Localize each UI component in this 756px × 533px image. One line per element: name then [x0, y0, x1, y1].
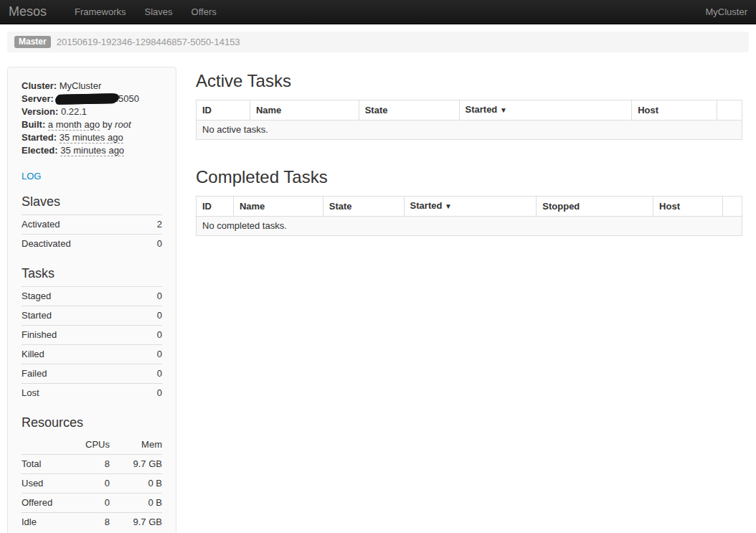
completed-col-started[interactable]: Started ▼	[404, 197, 537, 217]
info-built: Built: a month ago by root	[22, 118, 162, 131]
info-server: Server: :5050	[22, 93, 162, 105]
table-row: Activated 2	[22, 215, 162, 235]
master-info-panel: Cluster: MyCluster Server: :5050 Version…	[7, 67, 176, 533]
nav-frameworks[interactable]: Frameworks	[65, 6, 136, 17]
active-col-id[interactable]: ID	[197, 100, 250, 121]
table-header-row: ID Name State Started ▼ Host	[197, 100, 742, 121]
tasks-killed-label: Killed	[22, 345, 144, 364]
resources-offered-label: Offered	[22, 494, 65, 513]
resources-used-mem: 0 B	[110, 474, 162, 494]
completed-col-id[interactable]: ID	[197, 197, 234, 217]
tasks-started-label: Started	[22, 306, 144, 326]
tasks-failed-label: Failed	[22, 364, 144, 384]
resources-empty-header	[22, 435, 65, 455]
tasks-started-value: 0	[144, 306, 162, 326]
info-elected: Elected: 35 minutes ago	[22, 144, 162, 157]
info-version: Version: 0.22.1	[22, 105, 162, 118]
built-user: root	[115, 119, 131, 130]
table-row: Used 0 0 B	[22, 474, 162, 494]
resources-heading: Resources	[22, 415, 162, 430]
slaves-deactivated-label: Deactivated	[22, 235, 148, 254]
elected-value: 35 minutes ago	[60, 145, 124, 156]
table-row: Staged 0	[22, 287, 162, 306]
completed-col-host[interactable]: Host	[653, 197, 723, 217]
completed-col-stopped[interactable]: Stopped	[537, 197, 653, 217]
table-row: Idle 8 9.7 GB	[22, 513, 162, 532]
tasks-killed-value: 0	[144, 345, 162, 364]
nav-offers[interactable]: Offers	[182, 6, 226, 17]
completed-col-started-label: Started	[410, 200, 443, 211]
table-row: Finished 0	[22, 326, 162, 345]
tasks-finished-value: 0	[144, 326, 162, 345]
navbar-cluster-name: MyCluster	[705, 6, 747, 17]
active-col-started[interactable]: Started ▼	[459, 100, 632, 121]
tasks-lost-label: Lost	[22, 384, 144, 403]
resources-mem-header: Mem	[110, 435, 162, 455]
cluster-value: MyCluster	[60, 80, 102, 91]
active-col-host[interactable]: Host	[632, 100, 717, 121]
built-time: a month ago	[48, 119, 100, 131]
completed-tasks-table: ID Name State Started ▼ Stopped Host No …	[196, 196, 742, 236]
active-col-started-label: Started	[466, 104, 498, 115]
main-content: Active Tasks ID Name State Started ▼ Hos…	[196, 67, 742, 236]
completed-col-actions	[722, 197, 742, 217]
server-label: Server:	[22, 93, 54, 104]
slaves-activated-value: 2	[148, 215, 162, 235]
slaves-activated-label: Activated	[22, 215, 148, 235]
brand-mesos-link[interactable]: Mesos	[9, 4, 47, 19]
resources-cpus-header: CPUs	[65, 435, 110, 455]
started-value: 35 minutes ago	[60, 132, 123, 143]
resources-idle-label: Idle	[22, 513, 65, 532]
table-row: CPUs Mem	[22, 435, 162, 455]
version-label: Version:	[22, 106, 58, 117]
tasks-staged-label: Staged	[22, 287, 144, 306]
sort-desc-icon: ▼	[445, 202, 452, 210]
completed-col-state[interactable]: State	[323, 197, 404, 217]
redacted-server-address	[56, 93, 118, 105]
tasks-finished-label: Finished	[22, 326, 144, 345]
server-port: :5050	[115, 93, 139, 104]
tasks-table: Staged 0 Started 0 Finished 0 Killed 0	[22, 286, 162, 402]
table-row: No active tasks.	[197, 121, 742, 140]
tasks-lost-value: 0	[144, 384, 162, 403]
completed-tasks-heading: Completed Tasks	[196, 166, 742, 188]
completed-col-name[interactable]: Name	[233, 197, 323, 217]
table-header-row: ID Name State Started ▼ Stopped Host	[197, 197, 742, 217]
version-value: 0.22.1	[61, 106, 87, 117]
top-navbar: Mesos Frameworks Slaves Offers MyCluster	[0, 0, 756, 24]
table-row: Lost 0	[22, 384, 162, 403]
master-badge: Master	[14, 36, 51, 48]
slaves-heading: Slaves	[22, 194, 162, 209]
master-id: 20150619-192346-1298446857-5050-14153	[57, 37, 240, 47]
active-col-state[interactable]: State	[359, 100, 459, 121]
elected-label: Elected:	[22, 145, 58, 156]
breadcrumb: Master 20150619-192346-1298446857-5050-1…	[7, 32, 749, 52]
resources-used-label: Used	[22, 474, 65, 494]
resources-idle-cpus: 8	[65, 513, 110, 532]
tasks-staged-value: 0	[144, 287, 162, 306]
built-by: by	[103, 119, 113, 130]
table-row: Deactivated 0	[22, 235, 162, 254]
resources-total-label: Total	[22, 455, 65, 474]
resources-idle-mem: 9.7 GB	[110, 513, 162, 532]
started-label: Started:	[22, 132, 57, 143]
table-row: Offered 0 0 B	[22, 494, 162, 513]
resources-offered-mem: 0 B	[110, 494, 162, 513]
resources-total-mem: 9.7 GB	[110, 455, 162, 474]
nav-slaves[interactable]: Slaves	[136, 6, 182, 17]
sort-desc-icon: ▼	[500, 106, 507, 114]
table-row: Started 0	[22, 306, 162, 326]
slaves-deactivated-value: 0	[148, 235, 162, 254]
active-tasks-table: ID Name State Started ▼ Host No active t…	[196, 100, 742, 140]
completed-tasks-empty-message: No completed tasks.	[197, 217, 742, 236]
tasks-heading: Tasks	[22, 265, 162, 281]
log-link[interactable]: LOG	[22, 171, 41, 181]
resources-offered-cpus: 0	[65, 494, 110, 513]
active-col-name[interactable]: Name	[250, 100, 359, 121]
cluster-label: Cluster:	[22, 80, 57, 91]
tasks-failed-value: 0	[144, 364, 162, 384]
active-tasks-heading: Active Tasks	[196, 70, 742, 92]
resources-total-cpus: 8	[65, 455, 110, 474]
active-tasks-empty-message: No active tasks.	[197, 121, 742, 140]
built-label: Built:	[22, 119, 45, 130]
